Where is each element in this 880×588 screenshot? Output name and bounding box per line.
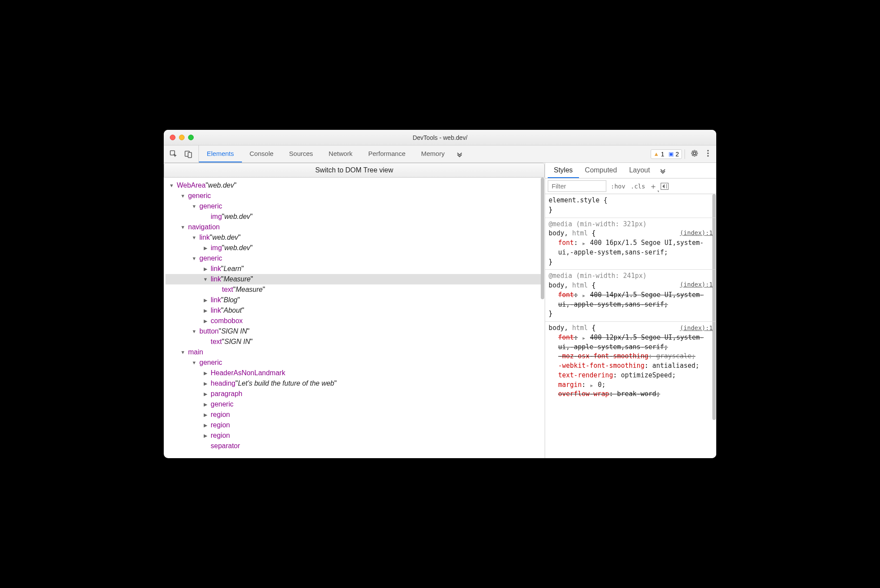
tree-node[interactable]: ▶generic bbox=[165, 399, 543, 410]
tree-node[interactable]: ▶img "web.dev" bbox=[165, 243, 543, 253]
tab-memory[interactable]: Memory bbox=[414, 145, 453, 162]
styles-tab-computed[interactable]: Computed bbox=[579, 163, 623, 178]
tree-node[interactable]: ▼generic bbox=[165, 253, 543, 264]
tree-node[interactable]: ▼generic bbox=[165, 201, 543, 211]
tab-network[interactable]: Network bbox=[321, 145, 361, 162]
chevron-right-icon[interactable]: ▶ bbox=[203, 297, 208, 303]
chevron-down-icon[interactable]: ▼ bbox=[192, 256, 197, 261]
tree-node[interactable]: ▼generic bbox=[165, 191, 543, 201]
close-button[interactable] bbox=[170, 135, 175, 140]
chevron-right-icon[interactable]: ▶ bbox=[203, 245, 208, 251]
computed-panel-toggle-icon[interactable] bbox=[661, 183, 668, 190]
new-style-rule-button[interactable]: ＋ bbox=[649, 181, 657, 192]
selector[interactable]: element.style { bbox=[549, 196, 713, 205]
traffic-lights bbox=[170, 135, 194, 140]
chevron-right-icon[interactable]: ▶ bbox=[203, 391, 208, 397]
declaration[interactable]: text-rendering: optimizeSpeed; bbox=[549, 371, 713, 380]
chevron-down-icon[interactable]: ▼ bbox=[192, 235, 197, 240]
messages-badge: ▣ 2 bbox=[668, 151, 679, 158]
inspect-element-icon[interactable] bbox=[169, 149, 179, 159]
node-role: paragraph bbox=[211, 390, 242, 398]
chevron-right-icon[interactable]: ▶ bbox=[203, 381, 208, 386]
media-query: @media (min-width: 321px) bbox=[549, 220, 713, 229]
tree-node[interactable]: separator bbox=[165, 441, 543, 451]
declaration[interactable]: font: ▶ 400 14px/1.5 Segoe UI,system-ui,… bbox=[549, 291, 713, 310]
declaration[interactable]: font: ▶ 400 12px/1.5 Segoe UI,system-ui,… bbox=[549, 333, 713, 352]
chevron-down-icon[interactable]: ▼ bbox=[192, 204, 197, 209]
window-title: DevTools - web.dev/ bbox=[164, 134, 716, 141]
chevron-down-icon[interactable]: ▼ bbox=[169, 183, 174, 188]
declaration[interactable]: -moz-osx-font-smoothing: grayscale; bbox=[549, 352, 713, 361]
rule-section: body, html { (index):1 font: ▶ 400 12px/… bbox=[545, 322, 716, 402]
tree-node[interactable]: ▶HeaderAsNonLandmark bbox=[165, 368, 543, 378]
class-toggle-button[interactable]: .cls bbox=[630, 183, 646, 190]
chevron-down-icon[interactable]: ▼ bbox=[180, 225, 185, 230]
tab-performance[interactable]: Performance bbox=[361, 145, 414, 162]
tree-node[interactable]: ▶heading "Let's build the future of the … bbox=[165, 378, 543, 389]
tree-node[interactable]: ▶region bbox=[165, 430, 543, 441]
tree-node[interactable]: ▼link "web.dev" bbox=[165, 232, 543, 243]
tree-node[interactable]: ▼generic bbox=[165, 357, 543, 368]
more-panels-icon[interactable] bbox=[657, 168, 669, 174]
tree-node[interactable]: ▼navigation bbox=[165, 222, 543, 232]
tree-node[interactable]: ▶region bbox=[165, 410, 543, 420]
styles-tab-styles[interactable]: Styles bbox=[548, 163, 579, 178]
source-link[interactable]: (index):1 bbox=[680, 324, 713, 332]
tab-elements[interactable]: Elements bbox=[199, 145, 242, 162]
accessibility-tree[interactable]: ▼WebArea "web.dev"▼generic▼genericimg "w… bbox=[164, 178, 545, 458]
chevron-down-icon[interactable]: ▼ bbox=[180, 193, 185, 198]
chevron-right-icon[interactable]: ▶ bbox=[203, 266, 208, 272]
chevron-down-icon[interactable]: ▼ bbox=[192, 329, 197, 334]
tree-node[interactable]: ▼main bbox=[165, 347, 543, 357]
tree-node[interactable]: ▶link "Blog" bbox=[165, 295, 543, 305]
declaration[interactable]: -webkit-font-smoothing: antialiased; bbox=[549, 361, 713, 371]
tree-node[interactable]: ▼WebArea "web.dev" bbox=[165, 180, 543, 191]
more-options-icon[interactable] bbox=[704, 149, 712, 159]
declaration[interactable]: font: ▶ 400 16px/1.5 Segoe UI,system-ui,… bbox=[549, 238, 713, 258]
chevron-right-icon[interactable]: ▶ bbox=[203, 433, 208, 439]
styles-body[interactable]: element.style { } @media (min-width: 321… bbox=[545, 194, 716, 458]
source-link[interactable]: (index):1 bbox=[680, 280, 713, 289]
tree-node[interactable]: ▶link "About" bbox=[165, 305, 543, 316]
chevron-down-icon[interactable]: ▼ bbox=[203, 277, 208, 282]
chevron-down-icon[interactable]: ▼ bbox=[180, 350, 185, 355]
console-status-badges[interactable]: ▲ 1 ▣ 2 bbox=[651, 149, 682, 159]
tree-node[interactable]: img "web.dev" bbox=[165, 211, 543, 222]
hover-state-button[interactable]: :hov bbox=[610, 183, 626, 190]
tree-node[interactable]: ▶combobox bbox=[165, 316, 543, 326]
more-tabs-icon[interactable] bbox=[453, 151, 466, 157]
chevron-right-icon[interactable]: ▶ bbox=[203, 308, 208, 314]
expand-icon[interactable]: ▶ bbox=[590, 383, 593, 389]
chevron-right-icon[interactable]: ▶ bbox=[203, 423, 208, 428]
declaration[interactable]: overflow-wrap: break-word; bbox=[549, 390, 713, 399]
tree-node[interactable]: ▶paragraph bbox=[165, 389, 543, 399]
styles-filter-input[interactable] bbox=[548, 180, 606, 192]
minimize-button[interactable] bbox=[179, 135, 185, 140]
declaration[interactable]: margin: ▶ 0; bbox=[549, 380, 713, 390]
chevron-right-icon[interactable]: ▶ bbox=[203, 402, 208, 407]
tree-node[interactable]: ▼link "Measure" bbox=[165, 274, 543, 284]
tab-sources[interactable]: Sources bbox=[281, 145, 321, 162]
chevron-down-icon[interactable]: ▼ bbox=[192, 360, 197, 365]
expand-icon[interactable]: ▶ bbox=[582, 293, 585, 299]
chevron-right-icon[interactable]: ▶ bbox=[203, 412, 208, 418]
settings-gear-icon[interactable] bbox=[688, 149, 701, 159]
tree-node[interactable]: text "Measure" bbox=[165, 284, 543, 295]
tree-node[interactable]: ▶region bbox=[165, 420, 543, 430]
expand-icon[interactable]: ▶ bbox=[582, 241, 585, 247]
scrollbar-thumb[interactable] bbox=[541, 178, 544, 299]
node-label: "web.dev" bbox=[210, 234, 241, 241]
chevron-right-icon[interactable]: ▶ bbox=[203, 370, 208, 376]
main-toolbar: ElementsConsoleSourcesNetworkPerformance… bbox=[164, 145, 716, 163]
tree-node[interactable]: ▼button "SIGN IN" bbox=[165, 326, 543, 337]
switch-to-dom-tree-button[interactable]: Switch to DOM Tree view bbox=[164, 163, 545, 178]
device-mode-icon[interactable] bbox=[184, 149, 193, 159]
styles-tab-layout[interactable]: Layout bbox=[623, 163, 656, 178]
tree-node[interactable]: ▶link "Learn" bbox=[165, 264, 543, 274]
source-link[interactable]: (index):1 bbox=[680, 228, 713, 237]
expand-icon[interactable]: ▶ bbox=[582, 335, 585, 342]
chevron-right-icon[interactable]: ▶ bbox=[203, 318, 208, 324]
zoom-button[interactable] bbox=[188, 135, 194, 140]
tree-node[interactable]: text "SIGN IN" bbox=[165, 337, 543, 347]
tab-console[interactable]: Console bbox=[242, 145, 281, 162]
